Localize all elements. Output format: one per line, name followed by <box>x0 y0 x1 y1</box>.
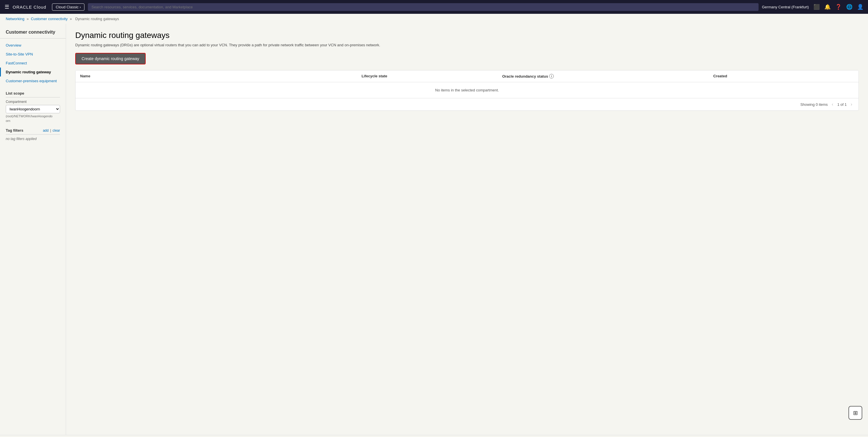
redundancy-info-icon[interactable]: i <box>549 74 554 79</box>
breadcrumb: Networking » Customer connectivity » Dyn… <box>0 14 868 24</box>
sidebar-title: Customer connectivity <box>0 30 66 38</box>
list-scope-title: List scope <box>6 91 60 97</box>
pagination-next-button[interactable]: › <box>849 101 854 108</box>
page-description: Dynamic routing gateways (DRGs) are opti… <box>75 43 420 47</box>
col-header-lifecycle: Lifecycle state <box>362 74 502 79</box>
sidebar-item-dynamic-routing-gateway[interactable]: Dynamic routing gateway <box>0 67 66 77</box>
create-drg-button[interactable]: Create dynamic routing gateway <box>76 54 145 64</box>
tag-filters-section: Tag filters add | clear no tag filters a… <box>0 128 66 141</box>
no-tag-filters-text: no tag filters applied <box>6 137 60 141</box>
drg-table: Name Lifecycle state Oracle redundancy s… <box>75 70 859 111</box>
search-input[interactable] <box>88 3 758 11</box>
nav-right: Germany Central (Frankfurt) ⬛ 🔔 ❓ 🌐 👤 <box>762 4 863 10</box>
sidebar: Customer connectivity Overview Site-to-S… <box>0 24 66 435</box>
tag-filters-links: add | clear <box>43 128 60 133</box>
list-scope-section: List scope Compartment IwanHoogendoorn (… <box>0 91 66 122</box>
compartment-orn-suffix: orn <box>6 119 60 122</box>
compartment-orn: (root)/NETWORK/IwanHoogendo <box>6 114 60 118</box>
tag-filters-add-link[interactable]: add <box>43 128 49 133</box>
help-button[interactable]: ⊞ <box>848 406 862 420</box>
pagination-pages: 1 of 1 <box>837 103 847 107</box>
sidebar-item-overview[interactable]: Overview <box>0 41 66 50</box>
tag-filters-title: Tag filters <box>6 128 23 133</box>
logo-text: ORACLE <box>13 5 32 9</box>
help-button-icon: ⊞ <box>853 409 858 416</box>
table-footer: Showing 0 items ‹ 1 of 1 › <box>75 98 859 110</box>
sidebar-item-site-to-site-vpn[interactable]: Site-to-Site VPN <box>0 50 66 59</box>
create-button-wrapper: Create dynamic routing gateway <box>75 53 146 64</box>
page-footer: Terms of Use and Privacy Cookie Preferen… <box>0 435 868 437</box>
cloud-classic-button[interactable]: Cloud Classic › <box>52 3 85 11</box>
page-title: Dynamic routing gateways <box>75 31 859 40</box>
logo-sub: Cloud <box>32 5 46 9</box>
tag-filters-header: Tag filters add | clear <box>6 128 60 135</box>
col-header-name: Name <box>80 74 362 79</box>
sidebar-item-customer-premises-equipment[interactable]: Customer-premises equipment <box>0 77 66 85</box>
col-header-redundancy: Oracle redundancy status i <box>502 74 713 79</box>
help-icon[interactable]: ❓ <box>835 4 842 10</box>
pagination-prev-button[interactable]: ‹ <box>830 101 835 108</box>
oracle-logo: ORACLE Cloud <box>13 5 46 9</box>
top-nav: ☰ ORACLE Cloud Cloud Classic › Germany C… <box>0 0 868 14</box>
user-icon[interactable]: 👤 <box>857 4 863 10</box>
col-header-created: Created <box>713 74 854 79</box>
compartment-label: Compartment <box>6 100 60 104</box>
sidebar-item-fastconnect[interactable]: FastConnect <box>0 59 66 67</box>
region-selector[interactable]: Germany Central (Frankfurt) <box>762 5 809 9</box>
main-layout: Customer connectivity Overview Site-to-S… <box>0 24 868 435</box>
bell-icon[interactable]: 🔔 <box>824 4 831 10</box>
main-content: Dynamic routing gateways Dynamic routing… <box>66 24 868 435</box>
breadcrumb-networking[interactable]: Networking <box>6 17 24 21</box>
terminal-icon[interactable]: ⬛ <box>813 4 820 10</box>
table-header: Name Lifecycle state Oracle redundancy s… <box>75 70 859 82</box>
compartment-select[interactable]: IwanHoogendoorn <box>6 105 60 113</box>
breadcrumb-current: Dynamic routing gateways <box>75 17 119 21</box>
table-empty-message: No items in the selected compartment. <box>75 82 859 98</box>
tag-filters-clear-link[interactable]: clear <box>53 128 60 133</box>
breadcrumb-customer-connectivity[interactable]: Customer connectivity <box>31 17 68 21</box>
hamburger-menu[interactable]: ☰ <box>5 4 9 10</box>
table-showing-items: Showing 0 items <box>800 103 828 107</box>
globe-icon[interactable]: 🌐 <box>846 4 852 10</box>
